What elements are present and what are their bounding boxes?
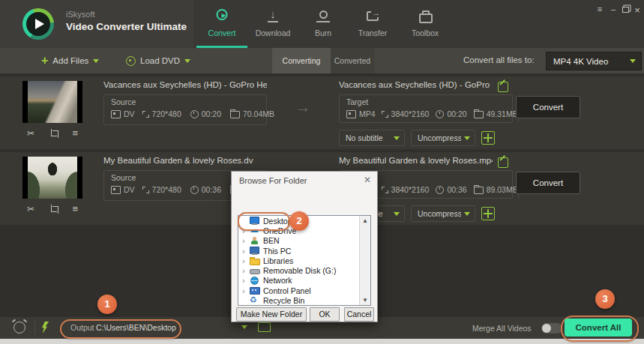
recycle-icon	[250, 297, 259, 305]
divider	[34, 321, 35, 334]
convert-all-files-label: Convert all files to:	[463, 55, 535, 64]
open-folder-icon[interactable]	[258, 322, 271, 332]
scroll-up-icon[interactable]: ▲	[360, 216, 370, 226]
restore-icon[interactable]	[620, 4, 631, 14]
tree-item-this-pc[interactable]: ›This PC	[238, 246, 360, 256]
add-files-button[interactable]: + Add Files	[41, 48, 99, 73]
annotation-oval-desktop	[238, 212, 290, 231]
resolution-icon	[382, 111, 388, 118]
target-file-title: Vacances aux Seychelles (HD) - GoPro Her…	[339, 80, 493, 93]
scroll-down-icon[interactable]: ▼	[360, 295, 370, 305]
target-file-title: My Beautiful Garden & lovely Roses.mp4	[339, 156, 493, 169]
high-speed-icon[interactable]	[41, 322, 49, 334]
control-icon	[250, 286, 259, 295]
tree-item-recycle-bin[interactable]: ›Recycle Bin	[238, 295, 360, 305]
caret-down-icon	[394, 136, 400, 140]
app-window: iSkysoft Video Converter Ultimate Conver…	[0, 0, 644, 344]
dialog-title: Browse For Folder	[239, 176, 307, 185]
resolution-icon	[142, 111, 149, 118]
minimize-icon[interactable]: _	[608, 1, 619, 10]
edit-icon[interactable]	[498, 157, 508, 168]
tree-item-ben[interactable]: ›BEN	[238, 236, 360, 246]
audio-adjust-icon[interactable]	[481, 131, 495, 145]
schedule-icon[interactable]	[13, 322, 25, 334]
user-icon	[250, 237, 259, 245]
subtitle-dropdown[interactable]: No subtitle	[339, 130, 405, 146]
annotation-step-1: 1	[97, 295, 117, 314]
tree-item-label: Control Panel	[263, 286, 311, 295]
chevron-right-icon[interactable]: ›	[242, 237, 250, 244]
computer-icon	[250, 247, 259, 255]
load-dvd-caret-icon[interactable]	[184, 59, 190, 63]
download-icon	[265, 9, 280, 24]
menu-icon[interactable]: ≡	[595, 4, 605, 13]
cancel-button[interactable]: Cancel	[344, 307, 374, 322]
chevron-right-icon[interactable]: ›	[242, 257, 250, 265]
tab-download[interactable]: Download	[247, 7, 299, 43]
output-format-dropdown[interactable]: MP4 4K Video	[546, 52, 642, 70]
edit-icon[interactable]	[498, 82, 508, 92]
dialog-close-icon[interactable]: ✕	[364, 175, 371, 185]
convert-button[interactable]: Convert	[516, 96, 580, 118]
tab-convert[interactable]: Convert	[196, 7, 248, 43]
tree-item-network[interactable]: ›Network	[238, 276, 360, 286]
load-dvd-button[interactable]: Load DVD	[126, 48, 190, 73]
chevron-right-icon[interactable]: ›	[242, 247, 250, 255]
convert-button[interactable]: Convert	[516, 172, 580, 194]
format-icon	[111, 186, 121, 194]
tree-item-label: Recycle Bin	[263, 296, 304, 305]
caret-down-icon	[394, 212, 400, 216]
brand-name: iSkysoft	[66, 10, 95, 19]
tab-burn[interactable]: Burn	[297, 7, 349, 43]
source-file-title: Vacances aux Seychelles (HD) - GoPro Her…	[103, 80, 267, 93]
tree-item-label: Libraries	[263, 256, 293, 265]
convert-icon	[217, 9, 228, 20]
tree-item-label: This PC	[263, 247, 291, 256]
audio-dropdown[interactable]: Uncompresse...	[411, 130, 475, 146]
format-icon	[346, 110, 356, 118]
add-files-caret-icon[interactable]	[93, 59, 99, 63]
header-bar: iSkysoft Video Converter Ultimate Conver…	[0, 0, 644, 48]
resolution-icon	[142, 187, 149, 193]
duration-icon	[436, 186, 444, 194]
convert-all-button[interactable]: Convert All	[565, 319, 632, 337]
duration-icon	[436, 110, 444, 118]
trim-icon[interactable]: ✂	[27, 205, 34, 214]
audio-adjust-icon[interactable]	[481, 207, 495, 220]
plus-icon: +	[41, 55, 48, 67]
annotation-step-3: 3	[595, 289, 615, 309]
transfer-icon	[365, 9, 380, 24]
video-thumbnail	[22, 157, 82, 199]
tree-item-libraries[interactable]: ›Libraries	[238, 256, 360, 265]
chevron-right-icon[interactable]: ›	[242, 277, 250, 284]
crop-icon[interactable]	[49, 205, 58, 213]
network-icon	[250, 277, 259, 285]
duration-icon	[190, 110, 199, 118]
ok-button[interactable]: OK	[310, 307, 340, 322]
duration-icon	[190, 186, 199, 194]
crop-icon[interactable]	[49, 129, 58, 137]
merge-all-videos-label: Merge All Videos	[472, 324, 532, 333]
make-new-folder-button[interactable]: Make New Folder	[236, 307, 307, 322]
effects-icon[interactable]: ≡	[72, 205, 78, 214]
caret-down-icon	[464, 212, 470, 216]
folder-icon	[250, 256, 259, 265]
close-icon[interactable]: ×	[632, 4, 643, 16]
tab-transfer[interactable]: Transfer	[346, 7, 399, 43]
format-icon	[111, 110, 121, 118]
annotation-oval-output	[60, 319, 181, 339]
burn-icon	[316, 9, 331, 24]
tree-item-control-panel[interactable]: ›Control Panel	[238, 286, 360, 295]
output-caret-icon[interactable]	[241, 325, 247, 329]
drive-icon	[250, 267, 259, 275]
format-caret-icon	[630, 59, 636, 63]
audio-dropdown[interactable]: Uncompresse...	[411, 205, 475, 222]
tab-toolbox[interactable]: Toolbox	[399, 7, 451, 43]
tree-item-removable-disk-g-[interactable]: ›Removable Disk (G:)	[238, 265, 360, 275]
chevron-right-icon[interactable]: ›	[242, 267, 250, 274]
merge-toggle[interactable]	[541, 323, 562, 334]
effects-icon[interactable]: ≡	[72, 129, 78, 139]
trim-icon[interactable]: ✂	[27, 129, 34, 139]
chevron-right-icon[interactable]: ›	[242, 287, 250, 295]
tree-scrollbar[interactable]: ▲ ▼	[359, 216, 370, 305]
